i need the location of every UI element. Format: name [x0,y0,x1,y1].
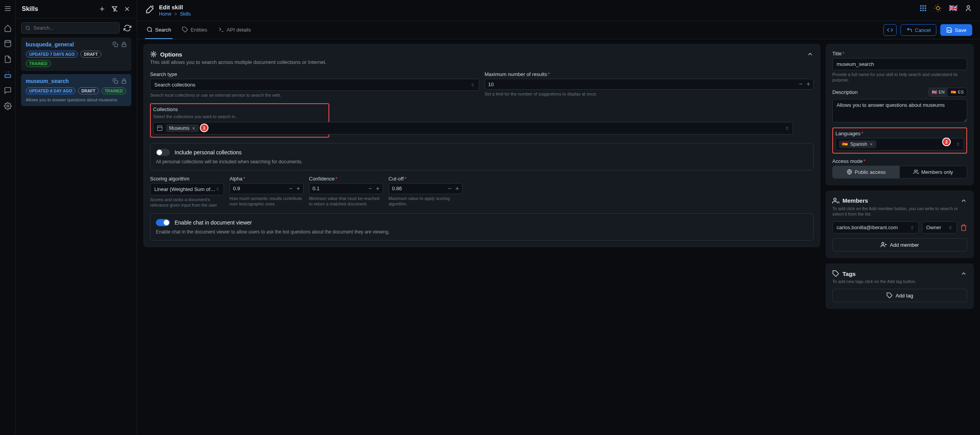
user-icon[interactable] [964,4,972,12]
chat-toggle[interactable] [156,219,170,226]
public-access-button[interactable]: Public access [833,166,900,178]
lock-icon [121,78,127,84]
menu-icon[interactable] [4,5,12,12]
role-select[interactable]: Owner [922,221,957,233]
skills-wand-icon[interactable] [4,71,12,79]
svg-point-46 [915,170,916,172]
svg-rect-21 [925,7,926,9]
chat-icon[interactable] [4,87,12,94]
refresh-icon[interactable] [124,24,131,32]
svg-point-25 [936,7,939,10]
desc-lang-toggle[interactable]: 🇬🇧 EN 🇪🇸 ES [928,88,967,97]
trained-badge: TRAINED [101,87,127,94]
remove-chip-icon[interactable] [192,126,196,130]
personal-toggle[interactable] [156,149,170,156]
tag-icon [832,270,839,277]
save-icon [946,27,952,33]
scoring-label: Scoring algorithm [150,176,224,182]
language-flag-icon[interactable]: 🇬🇧 [949,4,957,12]
svg-rect-24 [925,10,926,11]
svg-rect-17 [922,5,923,7]
database-icon[interactable] [4,40,12,48]
annotation-badge-2: 2 [942,138,951,146]
page-title: Edit skill [159,4,191,11]
code-button[interactable] [883,24,897,36]
title-input[interactable] [832,58,967,70]
access-mode-toggle[interactable]: Public access Members only [832,166,967,179]
collapse-icon[interactable] [960,270,967,277]
svg-rect-14 [115,80,118,83]
theme-icon[interactable] [934,4,942,12]
tag-icon [886,292,893,299]
options-subtitle: This skill allows you to search across m… [150,59,814,65]
settings-icon[interactable] [4,102,12,110]
svg-line-28 [936,6,936,6]
confidence-input[interactable]: −+ [309,183,383,194]
tab-search[interactable]: Search [145,21,173,39]
delete-member-icon[interactable] [960,224,967,231]
draft-badge: DRAFT [78,87,99,94]
svg-point-4 [7,105,9,107]
annotation-badge-1: 1 [200,124,208,132]
users-icon [832,197,839,204]
cancel-button[interactable]: Cancel [901,24,936,36]
skill-item[interactable]: museum_search UPDATED A DAY AGO DRAFT TR… [21,74,131,106]
svg-line-34 [151,31,152,32]
add-member-button[interactable]: Add member [832,238,967,251]
search-icon [25,25,30,31]
desc-textarea[interactable] [832,99,967,122]
chevron-updown-icon [910,225,915,230]
members-panel: Members To add click on the Add member b… [826,191,974,258]
collections-input[interactable]: Museums [153,122,793,134]
cutoff-input[interactable]: −+ [388,183,463,194]
svg-point-3 [5,41,11,42]
breadcrumb: Home > Skills [159,11,191,17]
skill-desc: Allows you to answer questions about mus… [26,97,127,102]
collection-chip: Museums [166,124,199,132]
svg-point-32 [967,5,970,8]
svg-point-47 [834,198,836,200]
sidebar-title: Skills [22,5,38,12]
scoring-select[interactable]: Linear (Weighted Sum of Scor [150,183,224,195]
collection-icon [157,125,163,131]
members-only-button[interactable]: Members only [900,166,967,178]
collapse-icon[interactable] [807,51,814,58]
tag-icon [182,27,188,33]
svg-rect-38 [157,126,162,131]
save-button[interactable]: Save [940,24,972,36]
meta-panel: Title* Provide a full name for your skil… [826,44,974,185]
plus-icon[interactable]: + [807,81,810,87]
remove-chip-icon[interactable] [869,142,873,146]
search-input[interactable] [21,22,120,34]
copy-icon[interactable] [113,78,118,84]
home-icon[interactable] [4,24,12,32]
search-type-select[interactable]: Search collections [150,79,479,91]
alpha-input[interactable]: −+ [230,183,304,194]
collapse-icon[interactable] [960,197,967,204]
collections-label: Collections [153,106,326,112]
svg-rect-22 [920,10,922,11]
svg-rect-18 [925,5,926,7]
gear-icon [150,51,157,58]
draft-badge: DRAFT [80,51,101,58]
close-icon[interactable] [124,5,131,12]
filter-off-icon[interactable] [111,5,118,12]
skill-item[interactable]: busqueda_general UPDATED 7 DAYS AGO DRAF… [21,37,131,71]
tab-entities[interactable]: Entities [180,21,209,39]
add-icon[interactable] [99,5,106,12]
updated-badge: UPDATED A DAY AGO [26,87,76,94]
tab-api[interactable]: API details [217,21,253,39]
globe-icon [847,169,852,175]
minus-icon[interactable]: − [799,81,802,87]
wand-icon [145,5,154,14]
add-tag-button[interactable]: Add tag [832,289,967,302]
document-icon[interactable] [4,55,12,63]
search-icon [147,27,153,33]
max-results-input[interactable]: −+ [485,79,814,90]
member-select[interactable]: carlos.bonilla@iberant.com [832,221,919,233]
svg-line-29 [940,10,940,11]
main: Edit skill Home > Skills 🇬🇧 [137,0,980,435]
chevron-updown-icon [956,142,961,147]
apps-icon[interactable] [919,4,927,12]
copy-icon[interactable] [113,42,118,47]
